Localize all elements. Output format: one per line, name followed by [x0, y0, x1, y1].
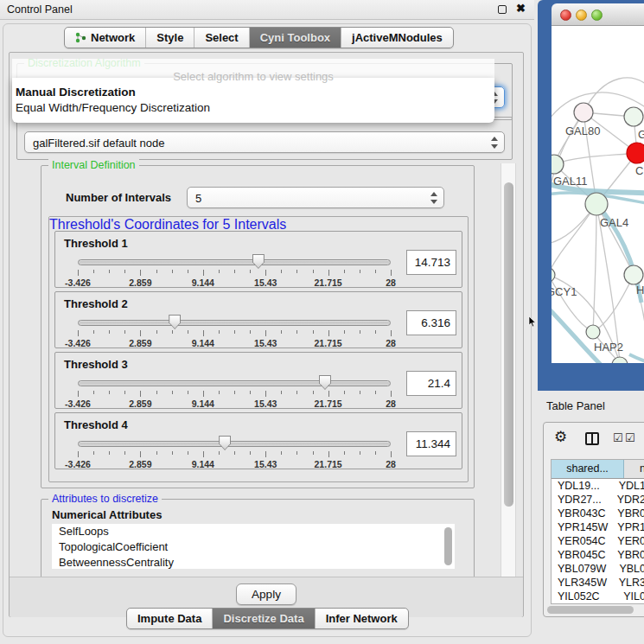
slider-thumb[interactable]	[169, 315, 181, 329]
threshold-value[interactable]: 6.316	[406, 310, 456, 335]
slider-thumb[interactable]	[219, 436, 231, 450]
checkbox-checked-icon[interactable]: ☑	[625, 431, 635, 444]
network-node[interactable]	[627, 143, 644, 163]
table-cell[interactable]: YIL0	[620, 590, 644, 603]
network-node[interactable]	[586, 325, 600, 339]
network-node[interactable]	[574, 103, 593, 122]
table-row[interactable]: YBR045CYBR0	[552, 548, 644, 562]
number-of-intervals-label: Number of Intervals	[66, 191, 171, 204]
number-of-intervals-combobox[interactable]: 5	[187, 187, 444, 208]
table-cell[interactable]: YDR27...	[552, 493, 614, 507]
checkbox-checked-icon[interactable]: ☑	[613, 431, 623, 444]
network-edge[interactable]	[593, 275, 634, 332]
network-node[interactable]	[624, 265, 643, 284]
tick-mark	[156, 451, 157, 455]
column-header-shared-name[interactable]: shared...	[552, 460, 624, 478]
popup-option-manual-discretization[interactable]: Manual Discretization	[16, 86, 136, 99]
threshold-slider[interactable]: -3.4262.8599.14415.4321.71528	[78, 436, 391, 469]
tab-select[interactable]: Select	[194, 28, 249, 48]
table-row[interactable]: YDL19...YDL1	[552, 479, 644, 493]
attribute-list-item[interactable]: SelfLoops	[52, 524, 455, 539]
threshold-value[interactable]: 11.344	[406, 431, 456, 456]
zoom-traffic-light-icon[interactable]	[591, 10, 603, 21]
tick-mark	[360, 330, 360, 334]
table-cell[interactable]: YBR0	[614, 548, 644, 562]
table-row[interactable]: YLR345WYLR3	[552, 576, 644, 590]
table-horizontal-scrollbar[interactable]	[547, 606, 634, 614]
minimize-traffic-light-icon[interactable]	[576, 10, 587, 21]
threshold-slider[interactable]: -3.4262.8599.14415.4321.71528	[78, 254, 391, 287]
table-cell[interactable]: YER0	[614, 534, 644, 548]
table-cell[interactable]: YDL1	[615, 479, 644, 493]
threshold-slider[interactable]: -3.4262.8599.14415.4321.71528	[78, 375, 391, 408]
table-cell[interactable]: YBR045C	[552, 548, 614, 562]
threshold-slider[interactable]: -3.4262.8599.14415.4321.71528	[78, 315, 391, 348]
network-node[interactable]	[624, 107, 643, 126]
table-cell[interactable]: YBR043C	[552, 507, 614, 520]
tab-label: Style	[156, 31, 183, 44]
panel-scrollbar-track[interactable]	[501, 163, 516, 577]
tick-mark	[360, 270, 360, 273]
tab-jactivemnodules[interactable]: jActiveMNodules	[341, 28, 453, 48]
threshold-value[interactable]: 14.713	[406, 250, 456, 275]
network-node[interactable]	[585, 193, 608, 215]
table-data-combobox[interactable]: galFiltered.sif default node	[24, 131, 505, 153]
node-table-body: YDL19...YDL1YDR27...YDR2YBR043CYBR0YPR14…	[552, 479, 644, 603]
node-label: GCY1	[552, 285, 577, 298]
popup-option-equal-width-frequency[interactable]: Equal Width/Frequency Discretization	[16, 101, 210, 114]
node-label: C	[635, 164, 643, 177]
tab-network[interactable]: Network	[65, 28, 146, 48]
scale-label: 2.859	[129, 399, 151, 409]
table-row[interactable]: YPR145WYPR1	[552, 520, 644, 534]
tab-cyni-toolbox[interactable]: Cyni Toolbox	[250, 28, 341, 48]
network-node[interactable]	[552, 268, 555, 282]
table-cell[interactable]: YBL079W	[552, 562, 615, 576]
table-cell[interactable]: YBR0	[614, 507, 644, 520]
attribute-list-item[interactable]: BetweennessCentrality	[52, 555, 455, 569]
table-cell[interactable]: YLR3	[615, 576, 644, 590]
table-row[interactable]: YBR043CYBR0	[552, 507, 644, 520]
table-cell[interactable]: YDL19...	[552, 479, 615, 493]
close-traffic-light-icon[interactable]	[560, 10, 571, 21]
tick-mark	[313, 270, 314, 273]
column-header-name[interactable]: n	[624, 460, 644, 478]
panel-scrollbar-thumb[interactable]	[504, 182, 513, 507]
slider-track[interactable]	[78, 380, 391, 386]
slider-track[interactable]	[78, 320, 391, 326]
table-row[interactable]: YBL079WYBL0	[552, 562, 644, 576]
table-cell[interactable]: YIL052C	[552, 590, 620, 603]
numerical-attributes-list[interactable]: SelfLoopsTopologicalCoefficientBetweenne…	[52, 524, 455, 569]
apply-button[interactable]: Apply	[236, 583, 296, 605]
scale-label: 9.144	[192, 277, 214, 288]
columns-icon[interactable]	[585, 432, 599, 445]
network-canvas[interactable]: GAL80GACGAL11GAL4GCY1HHAP2	[552, 26, 644, 363]
slider-thumb[interactable]	[319, 375, 331, 390]
table-cell[interactable]: YDR2	[614, 493, 644, 507]
threshold-value[interactable]: 21.4	[406, 371, 456, 396]
network-edge[interactable]	[552, 275, 593, 332]
slider-thumb[interactable]	[252, 254, 265, 269]
table-cell[interactable]: YPR145W	[552, 520, 614, 534]
float-window-icon[interactable]	[498, 5, 507, 14]
list-scrollbar[interactable]	[444, 527, 452, 565]
table-row[interactable]: YDR27...YDR2	[552, 493, 644, 507]
slider-track[interactable]	[78, 441, 391, 447]
table-row[interactable]: YER054CYER0	[552, 534, 644, 548]
tab-style[interactable]: Style	[146, 28, 194, 48]
network-edge-thick[interactable]	[629, 354, 644, 363]
tab-impute-data[interactable]: Impute Data	[127, 609, 213, 628]
close-icon[interactable]: ✖	[516, 2, 526, 15]
attribute-list-item[interactable]: TopologicalCoefficient	[52, 539, 455, 555]
table-cell[interactable]: YER054C	[552, 534, 614, 548]
node-label: GAL80	[565, 124, 600, 137]
table-cell[interactable]: YLR345W	[552, 576, 615, 590]
tab-discretize-data[interactable]: Discretize Data	[213, 609, 315, 628]
network-edge[interactable]	[554, 153, 637, 164]
slider-ticks	[78, 391, 391, 398]
slider-track[interactable]	[78, 259, 391, 265]
table-cell[interactable]: YPR1	[614, 520, 644, 534]
tab-infer-network[interactable]: Infer Network	[316, 609, 408, 628]
gear-icon[interactable]: ⚙	[554, 428, 567, 446]
table-row[interactable]: YIL052CYIL0	[552, 590, 644, 603]
table-cell[interactable]: YBL0	[615, 562, 644, 576]
